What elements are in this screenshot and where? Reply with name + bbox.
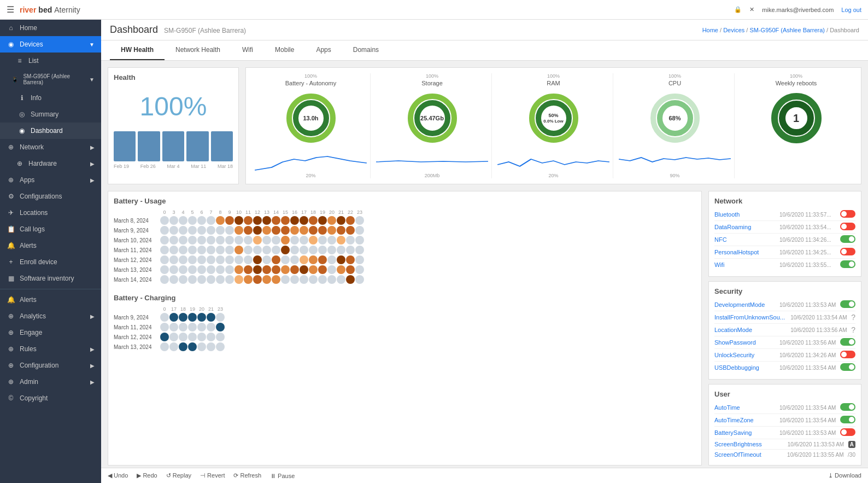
replay-button[interactable]: ↺ Replay [166,472,191,479]
toggle[interactable] [840,260,855,269]
toggle[interactable] [840,248,855,257]
sidebar-item-locations[interactable]: ✈ Locations [0,205,101,221]
net-name[interactable]: LocationMode [714,327,790,333]
heatmap-cell [197,313,206,322]
breadcrumb-home[interactable]: Home [702,27,718,33]
net-name[interactable]: PersonalHotspot [714,249,779,255]
net-name[interactable]: UnlockSecurity [714,352,779,358]
sidebar-item-configuration[interactable]: ⊕ Configuration ▶ [0,357,101,374]
toggle[interactable] [840,223,855,231]
sidebar-item-engage[interactable]: ⊕ Engage [0,324,101,341]
toggle[interactable]: /30 [848,451,855,458]
toggle[interactable] [840,300,855,309]
heatmap-cell [244,226,253,235]
net-name[interactable]: Wifi [714,261,779,268]
net-name[interactable]: USBDebbugging [714,364,779,371]
sidebar-item-software[interactable]: ▦ Software inventory [0,270,101,287]
refresh-button[interactable]: ⟳ Refresh [233,472,261,479]
tab-hw-health[interactable]: HW Health [110,40,165,60]
net-name[interactable]: DataRoaming [714,224,779,230]
net-row: BatterySaving10/6/2020 11:33:53 AM [714,427,855,439]
sidebar: ⌂ Home ◉ Devices ▼ ≡ List 📱 SM-G950F (As… [0,20,101,483]
network-panel: Network Bluetooth10/6/2020 11:33:57...Da… [708,191,861,277]
net-name[interactable]: ScreenOfTimeout [714,451,787,458]
sidebar-item-home[interactable]: ⌂ Home [0,20,101,36]
net-row: Bluetooth10/6/2020 11:33:57... [714,208,855,221]
date-4: Mar 11 [191,164,206,169]
toggle[interactable] [840,235,855,244]
cpu-label: CPU [668,80,681,86]
sidebar-item-configurations[interactable]: ⚙ Configurations [0,188,101,205]
net-name[interactable]: DevelopmentMode [714,301,779,308]
toggle[interactable] [840,338,855,347]
sidebar-item-summary[interactable]: ◎ Summary [0,106,101,123]
sidebar-item-device-name[interactable]: 📱 SM-G950F (Ashlee Barrera) ▼ [0,69,101,90]
sidebar-item-rules[interactable]: ⊕ Rules ▶ [0,341,101,357]
toggle[interactable] [840,403,855,412]
copyright-icon: © [7,394,15,402]
heatmap-cell [327,255,336,264]
toggle[interactable]: ? [851,325,855,334]
net-name[interactable]: NFC [714,236,779,243]
sidebar-item-analytics[interactable]: ⊕ Analytics ▶ [0,308,101,324]
close-icon[interactable]: ✕ [749,6,754,13]
heatmap-cell [318,236,327,245]
net-name[interactable]: ScreenBrightness [714,441,788,447]
download-button[interactable]: ⤓ Download [828,472,861,479]
sidebar-item-alerts2[interactable]: 🔔 Alerts [0,292,101,308]
sidebar-item-alerts[interactable]: 🔔 Alerts [0,237,101,254]
toggle[interactable] [840,363,855,372]
sidebar-item-enroll[interactable]: + Enroll device [0,254,101,270]
sidebar-item-apps[interactable]: ⊕ Apps ▶ [0,172,101,188]
toggle[interactable] [840,428,855,437]
menu-icon[interactable]: ☰ [7,4,14,15]
toggle[interactable] [840,416,855,424]
heatmap-cell [179,333,187,341]
heatmap-cell [179,236,187,245]
tab-apps[interactable]: Apps [305,40,342,60]
tab-mobile[interactable]: Mobile [264,40,305,60]
charging-rows: March 9, 2024March 11, 2024March 12, 202… [114,313,696,351]
lock-icon: 🔒 [734,6,742,13]
sidebar-item-copyright[interactable]: © Copyright [0,390,101,406]
heatmap-cell [272,265,280,274]
heatmap-cell [262,275,271,284]
heatmap-cell [197,236,206,245]
net-row: AutoTime10/6/2020 11:33:54 AM [714,401,855,414]
sidebar-item-info[interactable]: ℹ Info [0,90,101,106]
tab-domains[interactable]: Domains [342,40,390,60]
health-bars [114,131,233,161]
net-name[interactable]: BatterySaving [714,429,779,436]
toggle[interactable]: ? [851,313,855,322]
enroll-icon: + [7,258,15,266]
net-name[interactable]: InstallFromUnknownSou... [714,314,790,321]
sidebar-label-home: Home [20,24,37,32]
pause-button[interactable]: ⏸ Pause [270,473,295,479]
sidebar-item-devices[interactable]: ◉ Devices ▼ [0,36,101,53]
sidebar-item-dashboard[interactable]: ◉ Dashboard [0,123,101,139]
heatmap-cell [216,246,225,254]
toggle[interactable] [840,210,855,219]
sidebar-item-network[interactable]: ⊕ Network ▶ [0,139,101,155]
toggle[interactable] [840,351,855,359]
logout-button[interactable]: Log out [841,7,861,13]
redo-button[interactable]: ▶ Redo [137,472,157,479]
sidebar-item-list[interactable]: ≡ List [0,53,101,69]
toggle[interactable]: A [848,441,855,447]
net-name[interactable]: Bluetooth [714,211,779,218]
revert-button[interactable]: ⊣ Revert [200,472,225,479]
tab-wifi[interactable]: Wifi [231,40,264,60]
sidebar-item-hardware[interactable]: ⊕ Hardware ▶ [0,155,101,172]
breadcrumb-device[interactable]: SM-G950F (Ashlee Barrera) [749,27,825,33]
sidebar-item-admin[interactable]: ⊕ Admin ▶ [0,374,101,390]
heatmap-cell [309,236,318,245]
net-name[interactable]: AutoTimeZone [714,417,779,423]
engage-icon: ⊕ [7,329,15,336]
undo-button[interactable]: ◀ Undo [108,472,128,479]
heatmap-cell [160,265,169,274]
net-name[interactable]: AutoTime [714,404,779,411]
net-name[interactable]: ShowPassword [714,339,779,346]
breadcrumb-devices[interactable]: Devices [723,27,744,33]
tab-network-health[interactable]: Network Health [165,40,231,60]
sidebar-item-calllogs[interactable]: 📋 Call logs [0,221,101,237]
